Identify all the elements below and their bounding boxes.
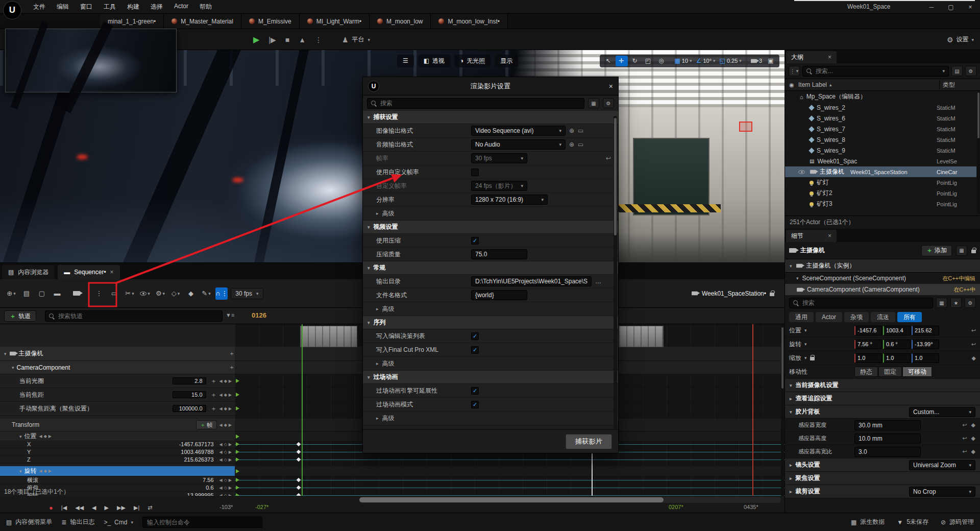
restore-button[interactable]: ▢ <box>941 0 961 14</box>
menu-item-编辑[interactable]: 编辑 <box>51 0 75 14</box>
sequencer-track-row[interactable]: Transform＋帧◀◆▶ <box>0 419 235 431</box>
track-filter-icon[interactable]: ▼≡ <box>226 312 234 318</box>
step-back-button[interactable]: ◀ <box>92 504 96 511</box>
scale-z-field[interactable]: 1.0 <box>912 353 939 363</box>
next-key-icon[interactable]: ▶ <box>229 450 232 454</box>
component-row-camera[interactable]: CameraComponent (CameraComponent) 在C++中 <box>785 284 980 295</box>
reset-icon[interactable]: ↩ <box>971 341 976 348</box>
camera-cut-thumbnail[interactable] <box>619 326 664 347</box>
show-button[interactable]: 显示 <box>495 55 518 67</box>
add-key-icon[interactable]: ◆ <box>224 379 227 383</box>
dropdown[interactable]: 1280 x 720 (16:9)▾ <box>471 195 548 205</box>
sequencer-vertical-scrollbar[interactable] <box>781 324 784 496</box>
browse-icon[interactable]: ▢ <box>36 287 48 300</box>
sequencer-track-row[interactable]: Z215.626373◀◇▶ <box>0 456 235 464</box>
rotation-snap-toggle[interactable]: ∠10°▾ <box>695 56 717 66</box>
edit-in-cpp-link[interactable]: 在C++中编辑 <box>942 275 975 282</box>
camera-speed-control[interactable]: 3 <box>749 56 764 66</box>
menu-item-帮助[interactable]: 帮助 <box>194 0 217 14</box>
browse-more-button[interactable]: … <box>595 278 601 285</box>
keyframe-icon[interactable]: ◆ <box>971 435 975 442</box>
tab-content-browser[interactable]: ▤ 内容浏览器 <box>2 265 55 279</box>
next-key-icon[interactable]: ▶ <box>229 486 232 490</box>
details-section-header[interactable]: ▸裁剪设置No Crop▾ <box>785 485 980 498</box>
minimize-button[interactable]: ─ <box>922 0 941 14</box>
outliner-settings-button[interactable]: ⚙ <box>965 66 976 76</box>
add-component-button[interactable]: ＋添加 <box>921 245 952 256</box>
dialog-title-bar[interactable]: U 渲染影片设置 × <box>363 77 618 95</box>
record-button[interactable]: ● <box>49 504 53 512</box>
folder-icon[interactable]: ▭ <box>578 141 583 148</box>
prev-key-icon[interactable]: ◀ <box>219 450 223 454</box>
scale-label[interactable]: 缩放▾ <box>789 354 854 363</box>
to-start-button[interactable]: |◀ <box>61 504 67 511</box>
dialog-search[interactable] <box>367 98 584 109</box>
skip-icon[interactable]: |▶ <box>268 36 276 44</box>
sequencer-track-row[interactable]: X-1457.637173◀◇▶ <box>0 441 235 448</box>
dialog-section-header[interactable]: ▾序列 <box>363 316 618 329</box>
visibility-column-header[interactable]: ◉ <box>785 82 798 88</box>
material-tab[interactable]: MI_Light_Warm• <box>300 14 370 29</box>
prev-key-icon[interactable]: ◀ <box>219 493 223 496</box>
jump-forward-button[interactable]: ▶▶ <box>117 504 126 511</box>
details-section-header[interactable]: ▾当前摄像机设置 <box>785 379 980 392</box>
outliner-row[interactable]: S_wires_2StaticM <box>785 102 976 113</box>
add-key-icon[interactable]: ◆ <box>224 393 227 397</box>
material-tab[interactable]: M_Emissive <box>241 14 300 29</box>
select-tool[interactable]: ↖ <box>602 56 615 66</box>
play-icon[interactable]: ▶ <box>253 35 259 44</box>
scale-x-field[interactable]: 1.0 <box>854 353 882 363</box>
track-value[interactable]: 15.0 <box>173 391 206 398</box>
outliner-tab[interactable]: 大纲 × <box>786 51 837 63</box>
menu-item-工具[interactable]: 工具 <box>98 0 121 14</box>
loop-button[interactable]: ⇄ <box>148 504 152 511</box>
edit-in-cpp-link[interactable]: 在C++中 <box>953 286 975 294</box>
menu-item-选择[interactable]: 选择 <box>145 0 168 14</box>
render-movie-icon[interactable] <box>70 287 83 300</box>
add-key-icon[interactable]: ◇ <box>224 493 227 496</box>
visibility-cell[interactable] <box>798 168 806 176</box>
location-label[interactable]: 位置▾ <box>789 326 854 335</box>
scale-tool[interactable]: ◰ <box>642 56 654 66</box>
value-field[interactable]: 75.0 <box>471 249 527 259</box>
play-button[interactable]: ▶ <box>105 504 109 511</box>
details-filter-tab-流送[interactable]: 流送 <box>871 312 895 322</box>
component-row-scene[interactable]: ▾ SceneComponent (SceneComponent) 在C++中编… <box>785 273 980 284</box>
details-filter-tab-通用[interactable]: 通用 <box>789 312 814 322</box>
location-y-field[interactable]: 1003.4 <box>883 326 911 335</box>
mobility-option-可移动[interactable]: 可移动 <box>902 367 932 377</box>
dropdown[interactable]: No Audio▾ <box>471 139 566 150</box>
close-icon[interactable]: × <box>828 232 831 239</box>
unreal-logo-icon[interactable]: U <box>3 1 21 19</box>
menu-item-文件[interactable]: 文件 <box>28 0 51 14</box>
mobility-option-静态[interactable]: 静态 <box>854 367 878 377</box>
reset-icon[interactable]: ↩ <box>606 155 611 162</box>
sequencer-track-row[interactable]: ▾位置◀◆▶ <box>0 431 235 442</box>
track-value[interactable]: 100000.0 <box>173 405 206 412</box>
dropdown[interactable]: No Crop▾ <box>909 487 975 497</box>
next-key-icon[interactable]: ▶ <box>229 379 232 383</box>
playback-end-marker[interactable] <box>752 324 753 496</box>
scale-y-field[interactable]: 1.0 <box>883 353 911 363</box>
advanced-row[interactable]: ▸高级 <box>363 357 618 371</box>
details-settings-button[interactable]: ⚙ <box>965 298 976 308</box>
details-section-header[interactable]: ▾胶片背板Custom...▾ <box>785 405 980 419</box>
working-range-start[interactable]: -027* <box>255 504 268 510</box>
mobility-option-固定[interactable]: 固定 <box>878 367 902 377</box>
next-key-icon[interactable]: ▶ <box>229 406 232 411</box>
edit-mode-icon[interactable]: ✎▾ <box>200 287 212 300</box>
dialog-section-header[interactable]: ▾常规 <box>363 261 618 275</box>
checkbox[interactable]: ✓ <box>471 387 479 395</box>
viewport-options-button[interactable]: ☰ <box>397 55 414 67</box>
add-key-icon[interactable]: ◆ <box>44 434 47 439</box>
folder-icon[interactable]: ▭ <box>578 127 583 134</box>
sequencer-track-row[interactable]: 当前焦距15.0＋◀◆▶ <box>0 388 235 402</box>
frame-snap-icon[interactable]: ∩⋮ <box>215 287 228 300</box>
dialog-search-input[interactable] <box>380 100 580 107</box>
rotation-roll-field[interactable]: 7.56 ° <box>854 340 882 349</box>
derived-data-button[interactable]: ▦派生数据 <box>851 518 885 526</box>
outliner-row[interactable]: 矿灯2PointLig <box>785 188 976 199</box>
reset-icon[interactable]: ↩ <box>962 448 967 455</box>
save-icon[interactable]: ▤ <box>20 287 33 300</box>
next-key-icon[interactable]: ▶ <box>229 393 232 397</box>
